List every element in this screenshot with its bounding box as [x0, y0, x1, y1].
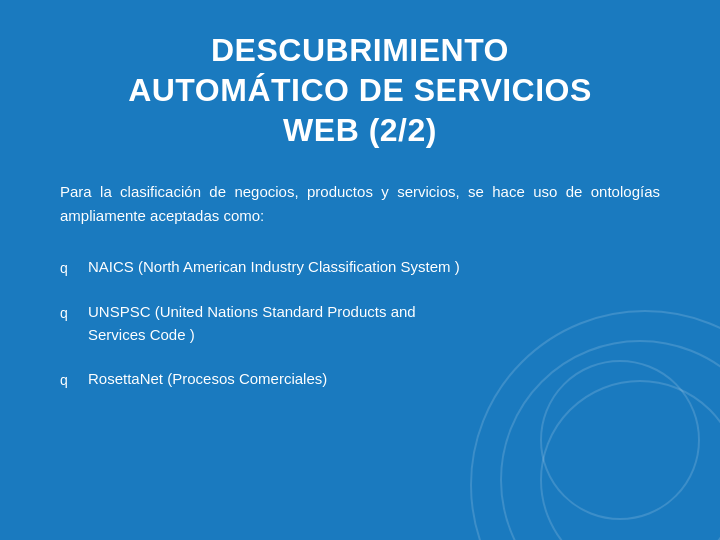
bullet-text-naics: NAICS (North American Industry Classific… — [88, 256, 660, 279]
title-line3: WEB (2/2) — [50, 110, 670, 150]
bullet-item-unspsc: q UNSPSC (United Nations Standard Produc… — [60, 301, 660, 346]
bullet-icon-2: q — [60, 303, 80, 324]
unspsc-line1: UNSPSC (United Nations Standard Products… — [88, 303, 416, 320]
bullet-text-rosettanet: RosettaNet (Procesos Comerciales) — [88, 368, 660, 391]
bullet-icon-3: q — [60, 370, 80, 391]
bullet-item-rosettanet: q RosettaNet (Procesos Comerciales) — [60, 368, 660, 391]
bullet-list: q NAICS (North American Industry Classif… — [50, 256, 670, 391]
unspsc-line2: Services Code ) — [88, 326, 195, 343]
bullet-text-unspsc: UNSPSC (United Nations Standard Products… — [88, 301, 660, 346]
title-line1: DESCUBRIMIENTO — [50, 30, 670, 70]
slide-title: DESCUBRIMIENTO AUTOMÁTICO DE SERVICIOS W… — [50, 30, 670, 150]
bullet-icon-1: q — [60, 258, 80, 279]
title-section: DESCUBRIMIENTO AUTOMÁTICO DE SERVICIOS W… — [50, 30, 670, 150]
main-container: DESCUBRIMIENTO AUTOMÁTICO DE SERVICIOS W… — [0, 0, 720, 443]
title-line2: AUTOMÁTICO DE SERVICIOS — [50, 70, 670, 110]
intro-paragraph: Para la clasificación de negocios, produ… — [50, 180, 670, 228]
bullet-item-naics: q NAICS (North American Industry Classif… — [60, 256, 660, 279]
